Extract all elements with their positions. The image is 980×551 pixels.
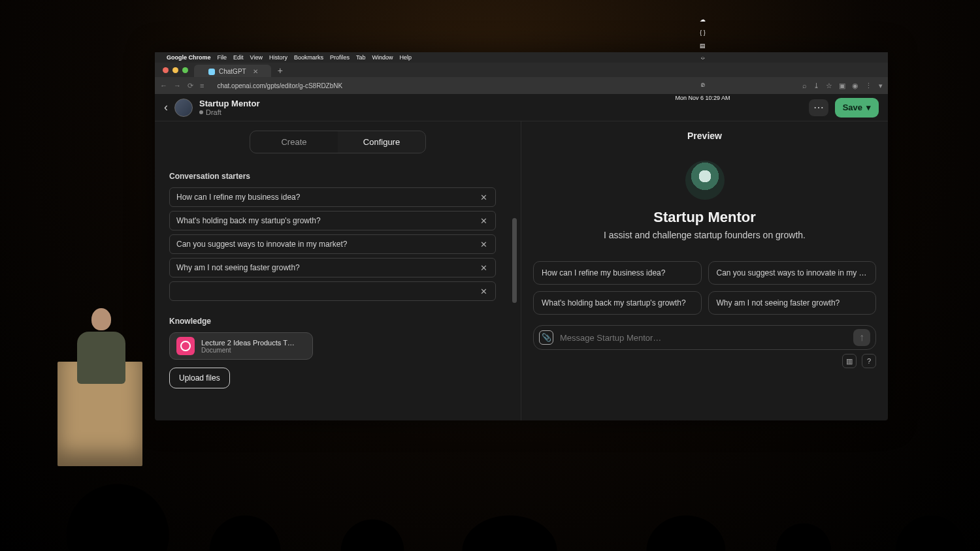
starter-chip[interactable]: What's holding back my startup's growth? bbox=[533, 291, 702, 315]
close-window-icon[interactable] bbox=[163, 67, 169, 73]
reload-icon[interactable]: ⟳ bbox=[188, 82, 193, 90]
remove-starter-icon[interactable]: ✕ bbox=[478, 287, 489, 296]
starter-input[interactable] bbox=[176, 193, 478, 202]
mode-tabs: Create Configure bbox=[250, 131, 426, 153]
search-tabs-icon[interactable]: ⌕ bbox=[802, 82, 807, 89]
close-tab-icon[interactable]: ✕ bbox=[253, 68, 258, 75]
address-bar[interactable]: chat.openai.com/gpts/editor/g-cS8RDZbNK bbox=[210, 82, 342, 89]
tab-create[interactable]: Create bbox=[250, 131, 338, 153]
starter-row: ✕ bbox=[169, 234, 496, 254]
wifi-icon[interactable]: ⌔ bbox=[701, 55, 704, 62]
back-icon[interactable]: ← bbox=[160, 82, 167, 89]
starter-row: ✕ bbox=[169, 211, 496, 230]
tab-title: ChatGPT bbox=[219, 68, 246, 75]
bookmark-star-icon[interactable]: ☆ bbox=[826, 82, 832, 90]
tab-configure[interactable]: Configure bbox=[338, 131, 425, 153]
knowledge-file[interactable]: Lecture 2 Ideas Products T… Document bbox=[169, 332, 313, 360]
starter-chip[interactable]: Can you suggest ways to innovate in my … bbox=[708, 261, 877, 285]
more-options-button[interactable]: ⋯ bbox=[809, 99, 828, 116]
favicon-icon bbox=[208, 69, 215, 75]
starter-input[interactable] bbox=[176, 240, 478, 249]
attach-icon[interactable]: 📎 bbox=[539, 330, 553, 345]
conversation-starters-label: Conversation starters bbox=[169, 172, 506, 181]
menu-file[interactable]: File bbox=[218, 54, 227, 61]
starter-input[interactable] bbox=[176, 216, 478, 225]
starter-row: ✕ bbox=[169, 258, 496, 277]
braces-icon[interactable]: { } bbox=[700, 29, 706, 36]
sidepanel-icon[interactable]: ▣ bbox=[839, 82, 845, 90]
back-button[interactable]: ‹ bbox=[164, 101, 168, 114]
remove-starter-icon[interactable]: ✕ bbox=[478, 263, 489, 273]
site-info-icon[interactable]: ≡ bbox=[200, 82, 204, 89]
configure-panel: Create Configure Conversation starters ✕… bbox=[155, 121, 521, 420]
menu-view[interactable]: View bbox=[250, 54, 263, 61]
window-controls bbox=[157, 65, 193, 76]
preview-heading: Preview bbox=[687, 131, 722, 141]
menu-tab[interactable]: Tab bbox=[356, 54, 366, 61]
presenter bbox=[75, 308, 127, 386]
menubar-datetime[interactable]: Mon Nov 6 10:29 AM bbox=[675, 95, 730, 101]
send-button[interactable]: ↑ bbox=[853, 329, 870, 346]
preview-panel: Preview Startup Mentor I assist and chal… bbox=[521, 121, 888, 420]
projected-screen: Google Chrome File Edit View History Boo… bbox=[155, 52, 888, 420]
menubar-menus: Google Chrome File Edit View History Boo… bbox=[167, 54, 412, 61]
file-name: Lecture 2 Ideas Products T… bbox=[201, 339, 295, 347]
message-input[interactable] bbox=[560, 333, 847, 343]
new-tab-button[interactable]: + bbox=[278, 65, 283, 77]
starter-chips: How can I refine my business idea? Can y… bbox=[533, 261, 876, 315]
browser-tabstrip: ChatGPT ✕ + bbox=[155, 63, 888, 77]
save-label: Save bbox=[843, 102, 862, 112]
knowledge-label: Knowledge bbox=[169, 317, 506, 326]
menu-window[interactable]: Window bbox=[372, 54, 393, 61]
audience-silhouettes bbox=[0, 447, 980, 551]
starter-row: ✕ bbox=[169, 281, 496, 301]
control-center-icon[interactable]: ⎚ bbox=[701, 82, 704, 88]
remove-starter-icon[interactable]: ✕ bbox=[478, 216, 489, 226]
help-icon[interactable]: ? bbox=[862, 354, 876, 368]
file-type: Document bbox=[201, 347, 295, 354]
starter-chip[interactable]: Why am I not seeing faster growth? bbox=[708, 291, 877, 315]
starter-input[interactable] bbox=[176, 287, 478, 296]
gpt-status: Draft bbox=[199, 108, 259, 116]
menu-edit[interactable]: Edit bbox=[233, 54, 244, 61]
scrollbar[interactable] bbox=[512, 218, 517, 303]
chrome-menu-icon[interactable]: ⋮ bbox=[865, 82, 872, 90]
menu-profiles[interactable]: Profiles bbox=[330, 54, 350, 61]
remove-starter-icon[interactable]: ✕ bbox=[478, 240, 489, 249]
chevron-down-icon: ▾ bbox=[866, 102, 871, 112]
tab-dropdown-icon[interactable]: ▾ bbox=[879, 82, 883, 90]
preview-title: Startup Mentor bbox=[653, 209, 755, 226]
preview-tagline: I assist and challenge startup founders … bbox=[604, 230, 806, 240]
browser-tab[interactable]: ChatGPT ✕ bbox=[194, 65, 271, 77]
minimize-window-icon[interactable] bbox=[172, 67, 178, 73]
tray-icon[interactable]: ▤ bbox=[700, 42, 706, 49]
document-icon bbox=[176, 337, 195, 355]
gpt-title: Startup Mentor bbox=[199, 99, 259, 108]
forward-icon[interactable]: → bbox=[174, 82, 181, 89]
starter-row: ✕ bbox=[169, 187, 496, 207]
analytics-icon[interactable]: ▥ bbox=[842, 354, 857, 368]
install-app-icon[interactable]: ⤓ bbox=[813, 82, 819, 90]
gpt-avatar-large bbox=[685, 161, 725, 200]
gpt-avatar-small bbox=[174, 99, 193, 117]
menu-help[interactable]: Help bbox=[399, 54, 412, 61]
save-button[interactable]: Save ▾ bbox=[835, 98, 879, 118]
menubar-app[interactable]: Google Chrome bbox=[167, 54, 211, 61]
menu-bookmarks[interactable]: Bookmarks bbox=[294, 54, 323, 61]
macos-menubar: Google Chrome File Edit View History Boo… bbox=[155, 52, 888, 63]
cloud-icon[interactable]: ☁︎ bbox=[700, 16, 706, 23]
zoom-window-icon[interactable] bbox=[182, 67, 188, 73]
starter-chip[interactable]: How can I refine my business idea? bbox=[533, 261, 702, 285]
message-box: 📎 ↑ bbox=[533, 325, 876, 350]
starter-input[interactable] bbox=[176, 263, 478, 272]
menu-history[interactable]: History bbox=[269, 54, 287, 61]
upload-files-button[interactable]: Upload files bbox=[169, 368, 230, 388]
remove-starter-icon[interactable]: ✕ bbox=[478, 193, 489, 202]
profile-icon[interactable]: ◉ bbox=[852, 82, 858, 90]
